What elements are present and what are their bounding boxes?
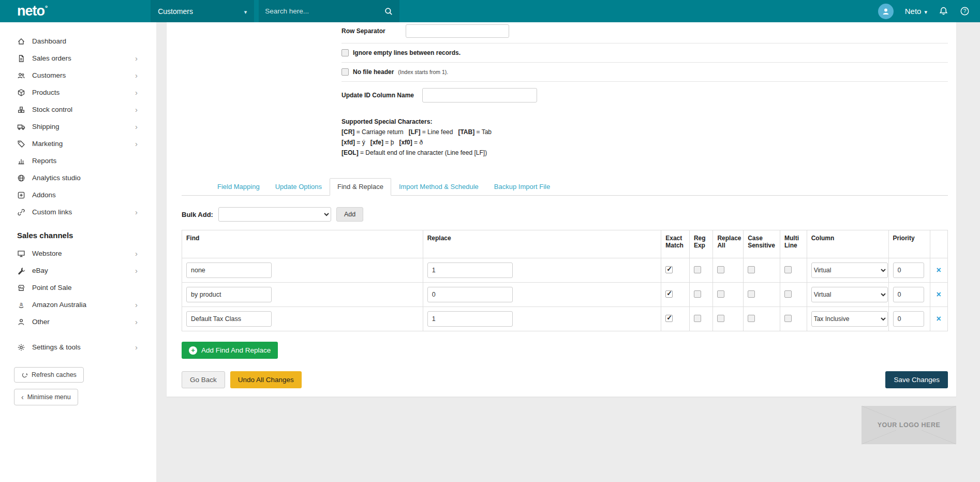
bulk-add-select[interactable]	[218, 207, 331, 222]
update-id-input[interactable]	[422, 88, 537, 103]
analytics-globe-icon	[17, 174, 25, 182]
sidebar-item-other[interactable]: Other	[0, 313, 156, 330]
reg-exp-checkbox[interactable]	[694, 315, 701, 322]
chevron-down-icon	[924, 7, 927, 16]
chevron-right-icon	[135, 266, 138, 275]
divider	[341, 81, 948, 82]
tab-find-replace[interactable]: Find & Replace	[330, 178, 391, 196]
sidebar-item-reports[interactable]: Reports	[0, 152, 156, 169]
sidebar-item-marketing[interactable]: Marketing	[0, 135, 156, 152]
sidebar-item-sales-orders[interactable]: Sales orders	[0, 50, 156, 67]
chevron-right-icon	[135, 54, 138, 63]
find-input[interactable]	[186, 287, 272, 302]
case-sensitive-checkbox[interactable]	[748, 290, 755, 298]
exact-match-checkbox[interactable]	[665, 315, 673, 322]
help-icon[interactable]: ?	[960, 6, 970, 16]
update-id-label: Update ID Column Name	[341, 92, 414, 99]
search-icon[interactable]	[384, 7, 393, 16]
add-find-replace-label: Add Find And Replace	[201, 346, 271, 354]
sidebar-item-label: Sales orders	[32, 54, 71, 62]
no-file-header-checkbox[interactable]	[341, 68, 349, 76]
minimise-menu-button[interactable]: Minimise menu	[14, 389, 78, 405]
chevron-right-icon	[135, 122, 138, 131]
table-row: Virtual	[182, 283, 948, 307]
tab-import-method-schedule[interactable]: Import Method & Schedule	[391, 178, 486, 196]
multi-line-checkbox[interactable]	[784, 315, 792, 322]
ignore-empty-lines-checkbox[interactable]	[341, 49, 349, 56]
undo-all-changes-button[interactable]: Undo All Changes	[230, 371, 302, 388]
multi-line-checkbox[interactable]	[784, 266, 792, 273]
replace-all-checkbox[interactable]	[717, 290, 724, 298]
bulk-add-button[interactable]: Add	[336, 207, 363, 222]
logo-text: neto	[17, 4, 44, 18]
exact-match-checkbox[interactable]	[665, 290, 673, 298]
search-input[interactable]	[265, 7, 384, 15]
account-menu[interactable]: Neto	[905, 7, 927, 16]
sidebar-item-custom-links[interactable]: Custom links	[0, 203, 156, 221]
multi-line-checkbox[interactable]	[784, 290, 792, 298]
save-changes-button[interactable]: Save Changes	[885, 371, 948, 388]
case-sensitive-checkbox[interactable]	[748, 266, 755, 273]
add-find-replace-button[interactable]: Add Find And Replace	[182, 342, 278, 359]
replace-all-checkbox[interactable]	[717, 266, 724, 273]
replace-input[interactable]	[427, 311, 513, 327]
find-replace-table: Find Replace Exact Match Reg Exp Replace…	[182, 230, 948, 331]
form-actions: Go Back Undo All Changes Save Changes	[182, 371, 948, 388]
priority-input[interactable]	[893, 311, 924, 327]
column-select[interactable]: Tax Inclusive	[811, 311, 888, 327]
tab-backup-import-file[interactable]: Backup Import File	[486, 178, 558, 196]
sidebar-item-customers[interactable]: Customers	[0, 67, 156, 84]
plus-circle-icon	[189, 346, 197, 355]
column-select[interactable]: Virtual	[811, 287, 888, 302]
reg-exp-checkbox[interactable]	[694, 290, 701, 298]
column-select[interactable]: Virtual	[811, 262, 888, 278]
replace-input[interactable]	[427, 287, 513, 302]
priority-input[interactable]	[893, 262, 924, 278]
bulk-add-row: Bulk Add: Add	[182, 207, 948, 222]
special-characters-line: [EOL] = Default end of line character (L…	[341, 149, 948, 156]
replace-input[interactable]	[427, 262, 513, 278]
neto-logo[interactable]: neto°	[17, 4, 47, 18]
delete-row-button[interactable]	[934, 266, 943, 274]
exact-match-checkbox[interactable]	[665, 266, 673, 273]
reg-exp-checkbox[interactable]	[694, 266, 701, 273]
notifications-bell-icon[interactable]	[939, 6, 948, 16]
sidebar-item-stock-control[interactable]: Stock control	[0, 101, 156, 118]
col-header-replace: Replace	[423, 230, 661, 258]
replace-all-checkbox[interactable]	[717, 315, 724, 322]
refresh-caches-button[interactable]: Refresh caches	[14, 367, 84, 383]
col-header-find: Find	[182, 230, 423, 258]
case-sensitive-checkbox[interactable]	[748, 315, 755, 322]
col-header-replace-all: Replace All	[713, 230, 744, 258]
find-input[interactable]	[186, 262, 272, 278]
logo-placeholder: YOUR LOGO HERE	[862, 406, 956, 444]
sidebar-item-amazon-australia[interactable]: a Amazon Australia	[0, 296, 156, 313]
find-input[interactable]	[186, 311, 272, 327]
sidebar-item-point-of-sale[interactable]: Point of Sale	[0, 279, 156, 296]
delete-row-button[interactable]	[934, 290, 943, 299]
products-icon	[17, 89, 25, 97]
reports-chart-icon	[17, 157, 25, 165]
table-row: Tax Inclusive	[182, 307, 948, 331]
priority-input[interactable]	[893, 287, 924, 302]
sidebar-item-shipping[interactable]: Shipping	[0, 118, 156, 135]
special-characters-line: [CR] = Carriage return [LF] = Line feed …	[341, 128, 948, 136]
gear-icon	[17, 343, 25, 352]
sidebar-item-ebay[interactable]: eBay	[0, 262, 156, 279]
sidebar-item-label: eBay	[32, 267, 48, 274]
sidebar-item-addons[interactable]: Addons	[0, 186, 156, 203]
go-back-button[interactable]: Go Back	[182, 371, 225, 388]
main-content: Row Separator Ignore empty lines between…	[156, 22, 980, 482]
sidebar-item-label: Webstore	[32, 250, 62, 257]
avatar[interactable]	[878, 4, 894, 19]
sidebar-item-products[interactable]: Products	[0, 84, 156, 101]
context-select[interactable]: Customers	[151, 0, 254, 22]
sidebar-item-dashboard[interactable]: Dashboard	[0, 33, 156, 50]
sidebar-item-analytics-studio[interactable]: Analytics studio	[0, 169, 156, 186]
tab-update-options[interactable]: Update Options	[268, 178, 330, 196]
row-separator-input[interactable]	[406, 24, 509, 38]
tab-field-mapping[interactable]: Field Mapping	[210, 178, 268, 196]
delete-row-button[interactable]	[934, 315, 943, 323]
sidebar-item-webstore[interactable]: Webstore	[0, 245, 156, 262]
sidebar-item-settings-tools[interactable]: Settings & tools	[0, 339, 156, 356]
